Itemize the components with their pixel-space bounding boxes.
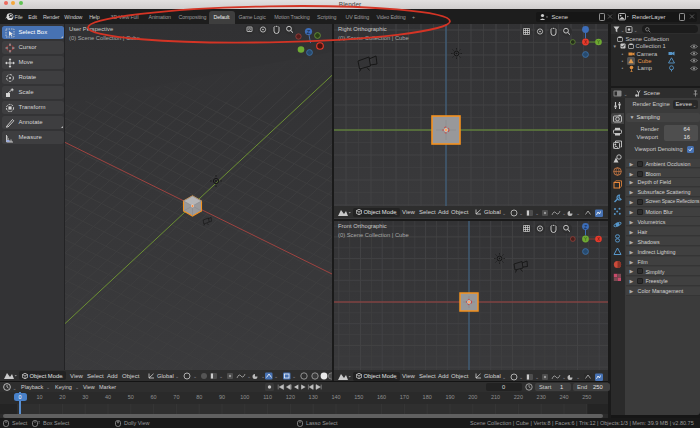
svg-text:⌄: ⌄ bbox=[562, 374, 566, 380]
svg-text:⌄: ⌄ bbox=[633, 27, 637, 33]
svg-text:⌄: ⌄ bbox=[261, 373, 265, 379]
svg-text:⌄: ⌄ bbox=[193, 373, 197, 379]
svg-text:⌄: ⌄ bbox=[519, 374, 523, 380]
svg-text:⌄: ⌄ bbox=[274, 373, 278, 379]
svg-text:Y: Y bbox=[584, 237, 587, 242]
svg-text:⌄: ⌄ bbox=[219, 373, 223, 379]
svg-text:X: X bbox=[597, 237, 600, 242]
svg-text:⌄: ⌄ bbox=[292, 373, 296, 379]
svg-text:X: X bbox=[584, 40, 587, 45]
svg-text:Z: Z bbox=[584, 225, 587, 230]
svg-text:⌄: ⌄ bbox=[576, 210, 580, 216]
svg-text:⌄: ⌄ bbox=[576, 374, 580, 380]
svg-text:⌄: ⌄ bbox=[562, 210, 566, 216]
svg-text:⌄: ⌄ bbox=[535, 374, 539, 380]
svg-text:⌄: ⌄ bbox=[247, 373, 251, 379]
svg-text:⌄: ⌄ bbox=[519, 210, 523, 216]
svg-text:Y: Y bbox=[597, 40, 600, 45]
svg-text:⌄: ⌄ bbox=[13, 385, 17, 391]
svg-text:⌄: ⌄ bbox=[535, 210, 539, 216]
svg-text:⌄: ⌄ bbox=[623, 91, 627, 97]
svg-text:⌄: ⌄ bbox=[620, 27, 624, 33]
